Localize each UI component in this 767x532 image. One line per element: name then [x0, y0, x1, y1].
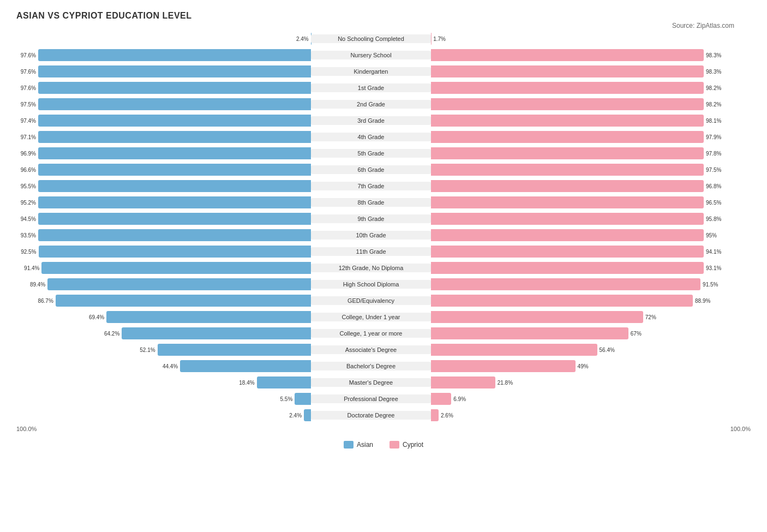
- bar-value-left: 96.9%: [21, 151, 36, 157]
- bar-value-right: 88.9%: [695, 298, 710, 304]
- label-center: Bachelor's Degree: [311, 362, 431, 370]
- bar-left: [38, 213, 311, 225]
- bar-value-left: 97.5%: [21, 101, 36, 107]
- table-row: 97.1% 4th Grade 97.9%: [16, 130, 751, 144]
- bar-value-right: 6.9%: [453, 396, 466, 402]
- table-row: 89.4% High School Diploma 91.5%: [16, 277, 751, 291]
- table-row: 93.5% 10th Grade 95%: [16, 228, 751, 242]
- label-center: 5th Grade: [311, 149, 431, 158]
- bar-value-left: 44.4%: [163, 363, 178, 369]
- bar-value-right: 67%: [631, 331, 642, 337]
- bar-value-right: 94.1%: [706, 249, 721, 255]
- table-row: 96.9% 5th Grade 97.8%: [16, 146, 751, 160]
- bar-value-right: 21.8%: [498, 380, 513, 386]
- table-row: 92.5% 11th Grade 94.1%: [16, 244, 751, 259]
- right-axis: 100.0%: [730, 426, 751, 432]
- label-center: 4th Grade: [311, 133, 431, 141]
- bar-left: [38, 115, 311, 127]
- bar-left: [38, 131, 311, 143]
- bar-right: [431, 360, 576, 372]
- bar-value-right: 98.1%: [706, 118, 721, 124]
- bar-value-right: 95%: [706, 232, 717, 238]
- bar-left: [47, 278, 311, 290]
- label-center: Master's Degree: [311, 378, 431, 387]
- table-row: 95.5% 7th Grade 96.8%: [16, 179, 751, 193]
- bar-left: [38, 180, 311, 192]
- bar-value-right: 1.7%: [433, 36, 446, 42]
- bar-value-left: 97.6%: [21, 52, 36, 58]
- legend-cypriot: Cypriot: [390, 441, 423, 449]
- bar-value-left: 92.5%: [21, 249, 36, 255]
- label-center: 6th Grade: [311, 165, 431, 174]
- bar-right: [431, 229, 704, 241]
- label-center: Nursery School: [311, 51, 431, 59]
- bar-right: [431, 98, 704, 110]
- bar-value-left: 52.1%: [140, 347, 155, 353]
- bar-value-left: 2.4%: [296, 36, 309, 42]
- label-center: 2nd Grade: [311, 100, 431, 109]
- bar-left: [38, 49, 311, 61]
- legend-asian: Asian: [344, 441, 373, 449]
- bar-value-left: 18.4%: [239, 380, 254, 386]
- bar-value-left: 97.4%: [21, 118, 36, 124]
- label-center: No Schooling Completed: [311, 34, 431, 43]
- label-center: 9th Grade: [311, 214, 431, 223]
- table-row: 86.7% GED/Equivalency 88.9%: [16, 294, 751, 308]
- bar-left: [180, 360, 311, 372]
- bar-right: [431, 344, 597, 356]
- bar-left: [38, 196, 311, 208]
- table-row: 97.6% 1st Grade 98.2%: [16, 81, 751, 95]
- legend-cypriot-box: [390, 441, 399, 449]
- label-center: Professional Degree: [311, 394, 431, 403]
- legend-cypriot-label: Cypriot: [403, 441, 423, 449]
- bar-value-left: 91.4%: [24, 265, 39, 271]
- bar-value-right: 95.8%: [706, 216, 721, 222]
- bar-right: [431, 164, 704, 176]
- bar-value-right: 72%: [645, 314, 656, 320]
- bars-container: 2.4% No Schooling Completed 1.7% 97.6% N…: [16, 32, 751, 422]
- table-row: 96.6% 6th Grade 97.5%: [16, 163, 751, 177]
- bar-left: [41, 262, 311, 274]
- bar-right: [431, 196, 704, 208]
- label-center: 3rd Grade: [311, 116, 431, 125]
- bar-right: [431, 65, 704, 77]
- bar-left: [158, 344, 311, 356]
- bar-value-right: 56.4%: [600, 347, 615, 353]
- bar-right: [431, 180, 704, 192]
- bar-right: [431, 82, 704, 94]
- bar-value-right: 98.2%: [706, 101, 721, 107]
- label-center: GED/Equivalency: [311, 296, 431, 305]
- bar-right: [431, 115, 704, 127]
- label-center: Kindergarten: [311, 67, 431, 76]
- label-center: College, 1 year or more: [311, 329, 431, 338]
- bar-value-right: 49%: [578, 363, 589, 369]
- label-center: 12th Grade, No Diploma: [311, 264, 431, 272]
- label-center: 1st Grade: [311, 83, 431, 92]
- bar-right: [431, 262, 704, 274]
- label-center: Associate's Degree: [311, 345, 431, 354]
- bar-value-left: 5.5%: [280, 396, 293, 402]
- bar-value-left: 94.5%: [21, 216, 36, 222]
- bar-value-right: 93.1%: [706, 265, 721, 271]
- table-row: 52.1% Associate's Degree 56.4%: [16, 343, 751, 357]
- table-row: 2.4% No Schooling Completed 1.7%: [16, 32, 751, 46]
- bar-value-left: 97.6%: [21, 69, 36, 75]
- bar-right: [431, 311, 643, 323]
- bar-left: [295, 393, 311, 405]
- label-center: 7th Grade: [311, 182, 431, 190]
- bar-value-right: 2.6%: [441, 413, 453, 419]
- left-axis: 100.0%: [16, 426, 37, 432]
- bar-value-left: 97.6%: [21, 85, 36, 91]
- bar-value-right: 96.8%: [706, 183, 721, 189]
- bar-left: [56, 295, 311, 307]
- bar-value-right: 98.2%: [706, 85, 721, 91]
- label-center: 11th Grade: [311, 247, 431, 256]
- table-row: 97.5% 2nd Grade 98.2%: [16, 97, 751, 111]
- bar-value-right: 97.9%: [706, 134, 721, 140]
- bar-left: [38, 82, 311, 94]
- bar-value-left: 97.1%: [21, 134, 36, 140]
- bar-left: [38, 229, 311, 241]
- bar-right: [431, 213, 704, 225]
- table-row: 18.4% Master's Degree 21.8%: [16, 375, 751, 390]
- label-center: College, Under 1 year: [311, 313, 431, 321]
